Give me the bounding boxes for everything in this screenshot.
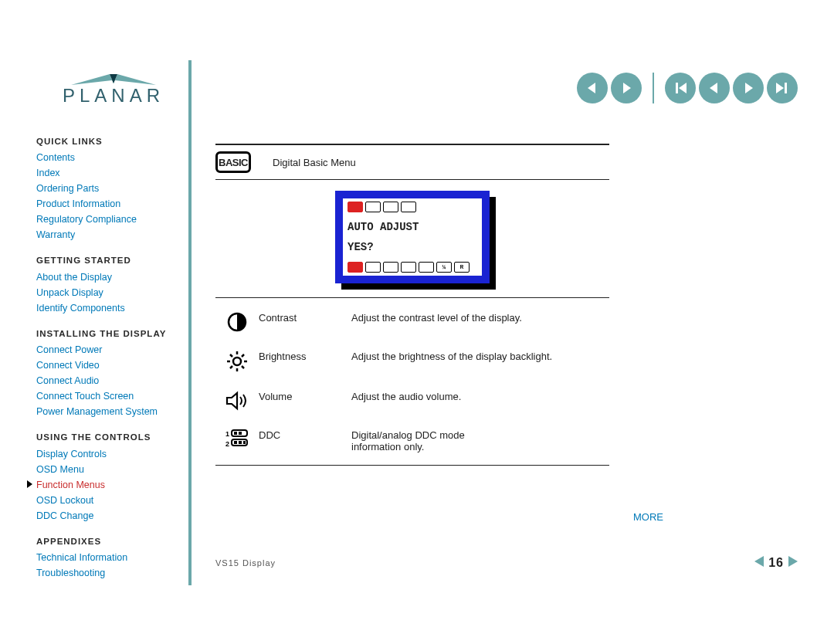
horizontal-rule bbox=[215, 179, 609, 180]
feature-row: Volume Adjust the audio volume. bbox=[215, 381, 609, 420]
sidebar-link[interactable]: DDC Change bbox=[36, 508, 183, 524]
sidebar-heading: QUICK LINKS bbox=[36, 134, 183, 148]
feature-name: Contrast bbox=[259, 312, 351, 324]
brand-logo: PLANAR bbox=[63, 68, 164, 107]
osd-line1: AUTO ADJUST bbox=[348, 221, 477, 233]
sidebar-link[interactable]: Unpack Display bbox=[36, 285, 183, 300]
svg-text:1: 1 bbox=[225, 430, 229, 438]
page-prev-icon[interactable] bbox=[753, 554, 765, 571]
contrast-icon bbox=[215, 312, 259, 332]
svg-rect-2 bbox=[676, 83, 678, 93]
sidebar-link[interactable]: OSD Lockout bbox=[36, 493, 183, 508]
feature-desc: Adjust the contrast level of the display… bbox=[351, 312, 609, 324]
sidebar-link[interactable]: OSD Menu bbox=[36, 462, 183, 477]
svg-marker-5 bbox=[745, 83, 753, 93]
nav-first-icon[interactable] bbox=[665, 73, 696, 103]
osd-top-icons bbox=[348, 202, 477, 212]
horizontal-rule bbox=[215, 144, 609, 145]
feature-desc: Adjust the brightness of the display bac… bbox=[351, 351, 609, 362]
svg-line-14 bbox=[230, 354, 232, 357]
svg-rect-20 bbox=[234, 432, 237, 435]
main-content: BASIC Digital Basic Menu AUTO ADJUST YES… bbox=[215, 139, 609, 469]
nav-prev-left-icon[interactable] bbox=[577, 73, 608, 103]
nav-last-icon[interactable] bbox=[767, 73, 798, 103]
feature-name: DDC bbox=[259, 429, 351, 441]
sidebar-link[interactable]: Connect Audio bbox=[36, 373, 183, 388]
ddc-icon: 1 2 bbox=[215, 429, 259, 448]
svg-point-9 bbox=[233, 358, 241, 365]
svg-marker-0 bbox=[588, 83, 595, 93]
sidebar-heading: GETTING STARTED bbox=[36, 253, 183, 267]
horizontal-rule bbox=[215, 465, 609, 466]
feature-name: Volume bbox=[259, 391, 351, 402]
svg-rect-26 bbox=[243, 441, 246, 444]
brightness-icon bbox=[215, 351, 259, 372]
svg-rect-24 bbox=[234, 441, 237, 444]
sidebar-link[interactable]: Ordering Parts bbox=[36, 181, 183, 196]
sidebar-link[interactable]: Identify Components bbox=[36, 300, 183, 316]
svg-marker-4 bbox=[710, 83, 717, 93]
feature-desc: Digital/analog DDC mode information only… bbox=[351, 429, 609, 452]
feature-name: Brightness bbox=[259, 351, 351, 362]
sidebar-link-current[interactable]: Function Menus bbox=[36, 477, 183, 493]
feature-row: Contrast Adjust the contrast level of th… bbox=[215, 303, 609, 341]
product-name: VS15 Display bbox=[215, 558, 276, 568]
sidebar-link[interactable]: Product Information bbox=[36, 196, 183, 212]
nav-forward-icon[interactable] bbox=[733, 73, 764, 103]
svg-rect-7 bbox=[785, 83, 787, 93]
svg-rect-21 bbox=[239, 432, 242, 435]
more-link[interactable]: MORE bbox=[633, 511, 663, 523]
osd-bottom-icons: ¼R bbox=[348, 262, 477, 273]
horizontal-rule bbox=[215, 297, 609, 298]
basic-badge-icon: BASIC bbox=[215, 151, 251, 173]
sidebar-link[interactable]: Connect Power bbox=[36, 342, 183, 358]
osd-screenshot: AUTO ADJUST YES? ¼R bbox=[335, 191, 490, 283]
svg-line-16 bbox=[230, 366, 232, 368]
feature-row: 1 2 DDC Digital/analog DDC mode informat… bbox=[215, 420, 609, 462]
sidebar-link[interactable]: Regulatory Compliance bbox=[36, 212, 183, 227]
sidebar-link[interactable]: Connect Touch Screen bbox=[36, 388, 183, 404]
nav-prev-right-icon[interactable] bbox=[611, 73, 642, 103]
sidebar-link[interactable]: About the Display bbox=[36, 269, 183, 285]
section-title: Digital Basic Menu bbox=[273, 157, 356, 168]
sidebar-link[interactable]: Contents bbox=[36, 150, 183, 165]
sidebar-link[interactable]: Index bbox=[36, 165, 183, 181]
osd-line2: YES? bbox=[348, 241, 477, 253]
svg-marker-6 bbox=[776, 83, 784, 93]
sidebar-link[interactable]: Connect Video bbox=[36, 358, 183, 373]
sidebar-link[interactable]: Technical Information bbox=[36, 550, 183, 565]
page-next-icon[interactable] bbox=[787, 554, 799, 571]
sidebar: QUICK LINKS Contents Index Ordering Part… bbox=[36, 134, 183, 581]
vertical-divider bbox=[188, 60, 192, 585]
volume-icon bbox=[215, 391, 259, 411]
feature-row: Brightness Adjust the brightness of the … bbox=[215, 341, 609, 381]
sidebar-link[interactable]: Power Management System bbox=[36, 404, 183, 419]
svg-rect-25 bbox=[239, 441, 242, 444]
sidebar-heading: INSTALLING THE DISPLAY bbox=[36, 327, 183, 341]
svg-marker-1 bbox=[623, 83, 631, 93]
top-nav-buttons bbox=[577, 73, 798, 103]
sidebar-heading: USING THE CONTROLS bbox=[36, 430, 183, 444]
svg-line-17 bbox=[242, 354, 244, 357]
feature-desc: Adjust the audio volume. bbox=[351, 391, 609, 402]
page-footer: VS15 Display 16 bbox=[215, 554, 799, 571]
sidebar-link[interactable]: Display Controls bbox=[36, 446, 183, 462]
sidebar-heading: APPENDIXES bbox=[36, 534, 183, 548]
svg-line-15 bbox=[242, 366, 244, 368]
nav-back-icon[interactable] bbox=[699, 73, 730, 103]
svg-marker-28 bbox=[788, 556, 798, 567]
sidebar-link[interactable]: Troubleshooting bbox=[36, 565, 183, 581]
sidebar-link[interactable]: Warranty bbox=[36, 227, 183, 242]
svg-text:2: 2 bbox=[225, 440, 229, 448]
svg-marker-27 bbox=[754, 556, 764, 567]
page-number: 16 bbox=[768, 556, 784, 570]
svg-marker-3 bbox=[679, 83, 687, 93]
nav-separator bbox=[653, 73, 654, 103]
